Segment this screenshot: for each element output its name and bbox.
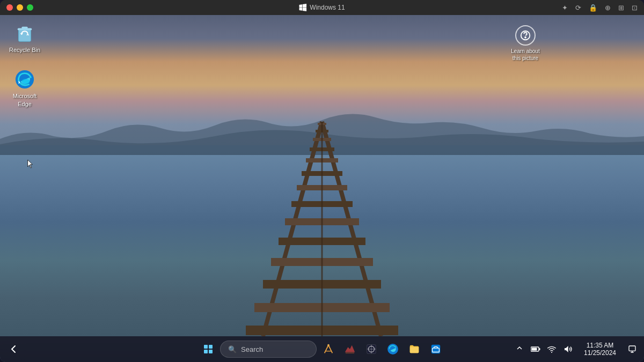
microsoft-edge-icon[interactable]: Microsoft Edge (5, 67, 44, 110)
svg-rect-35 (539, 348, 540, 350)
tray-volume[interactable] (560, 342, 575, 357)
files-app-icon[interactable] (405, 339, 424, 359)
svg-rect-20 (21, 27, 27, 29)
store-app-icon[interactable] (426, 339, 445, 359)
spotlight-app-icon[interactable] (319, 339, 338, 359)
tray-battery[interactable] (528, 342, 543, 357)
taskbar-right: 11:35 AM 11/25/2024 (512, 341, 640, 358)
start-button[interactable] (199, 339, 218, 359)
recycle-bin-label: Recycle Bin (9, 46, 40, 54)
edge-svg (14, 69, 35, 90)
windows-desktop[interactable]: Recycle Bin Microsoft Edge (0, 15, 644, 362)
edge-label: Microsoft Edge (8, 92, 42, 108)
search-icon: 🔍 (228, 345, 237, 353)
battery-icon: ⟳ (575, 4, 581, 12)
tray-wifi[interactable] (544, 342, 559, 357)
learn-label: Learn aboutthis picture (511, 48, 539, 62)
search-text: Search (241, 345, 263, 353)
pier-svg (188, 111, 456, 336)
back-button[interactable] (4, 339, 24, 359)
svg-point-22 (21, 79, 30, 84)
minimize-button[interactable] (17, 4, 23, 11)
toolbar-icons: ✦ ⟳ 🔒 ⊕ ⊞ ⊡ (562, 4, 638, 12)
svg-rect-36 (532, 348, 537, 351)
brightness-icon[interactable]: ✦ (562, 4, 568, 12)
svg-rect-38 (629, 346, 635, 351)
snip-app-icon[interactable] (362, 339, 381, 359)
taskbar-center: 🔍 Search (199, 339, 445, 359)
svg-point-37 (551, 352, 552, 353)
svg-point-25 (327, 344, 330, 346)
taskbar-left (4, 339, 24, 359)
expand-icon[interactable]: ⊡ (632, 4, 638, 12)
edge-taskbar-icon[interactable] (383, 339, 402, 359)
clock-date: 11/25/2024 (584, 349, 616, 357)
maximize-button[interactable] (27, 4, 33, 11)
settings-icon[interactable]: ⊕ (605, 4, 611, 12)
system-tray (512, 342, 575, 357)
windows-logo-icon (299, 4, 306, 11)
recycle-bin-icon[interactable]: Recycle Bin (5, 20, 44, 56)
clock-area[interactable]: 11:35 AM 11/25/2024 (579, 341, 621, 358)
mac-titlebar: Windows 11 ✦ ⟳ 🔒 ⊕ ⊞ ⊡ (0, 0, 644, 15)
recycle-bin-svg (14, 23, 35, 43)
learn-about-picture-widget[interactable]: Learn aboutthis picture (506, 23, 545, 64)
desktop-icons-area: Recycle Bin Microsoft Edge (5, 20, 44, 110)
mac-window: Windows 11 ✦ ⟳ 🔒 ⊕ ⊞ ⊡ (0, 0, 644, 362)
taskbar: 🔍 Search (0, 336, 644, 362)
folder-icon[interactable]: ⊞ (618, 4, 624, 12)
windows-start-logo (204, 345, 213, 353)
window-title: Windows 11 (299, 4, 345, 11)
learn-icon (515, 25, 536, 46)
notification-button[interactable] (625, 342, 640, 357)
svg-point-24 (525, 37, 526, 38)
tool-app-icon[interactable] (340, 339, 360, 359)
tray-chevron[interactable] (512, 342, 527, 357)
search-bar[interactable]: 🔍 Search (220, 341, 317, 358)
close-button[interactable] (6, 4, 13, 11)
lock-icon: 🔒 (589, 4, 597, 12)
clock-time: 11:35 AM (587, 342, 614, 349)
svg-rect-26 (346, 352, 355, 354)
traffic-lights (6, 4, 33, 11)
